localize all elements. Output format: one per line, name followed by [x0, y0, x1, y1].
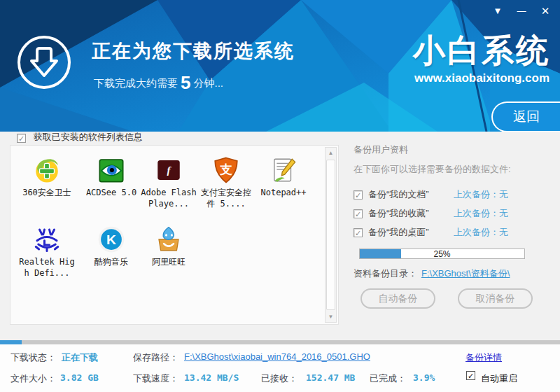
- received-value: 152.47 MB: [306, 372, 355, 383]
- scrollbar-thumb[interactable]: [326, 160, 335, 310]
- notepad-plus-plus-icon: [269, 155, 298, 185]
- backup-description: 在下面你可以选择需要备份的数据文件:: [354, 163, 511, 176]
- backup-item-documents: ✓ 备份“我的文档” 上次备份：无: [354, 189, 508, 200]
- kugou-music-icon: K: [97, 225, 126, 254]
- page-title: 正在为您下载所选系统: [92, 38, 295, 64]
- app-name: 360安全卫士: [18, 187, 76, 198]
- app-name: 支付宝安全控件 5....: [197, 187, 255, 209]
- window-controls: ▼ — ✕: [489, 4, 554, 19]
- file-size-value: 3.82 GB: [60, 372, 99, 383]
- adobe-flash-icon: f: [154, 155, 183, 185]
- download-speed-value: 13.42 MB/S: [184, 372, 239, 383]
- app-item-360[interactable]: 360安全卫士: [18, 155, 76, 198]
- svg-text:支: 支: [219, 162, 232, 176]
- subtitle-minutes: 5: [178, 72, 193, 93]
- back-button[interactable]: 返回: [491, 102, 560, 132]
- download-status-label: 下载状态：: [10, 351, 56, 364]
- backup-buttons: 自动备份 取消备份: [360, 288, 533, 309]
- completed-label: 已完成：: [370, 372, 406, 385]
- brand-website: www.xiaobaixitong.com: [414, 71, 550, 85]
- auto-restart-checkbox[interactable]: ✓: [466, 371, 475, 380]
- download-speed-label: 下载速度：: [133, 372, 178, 385]
- backup-item-desktop: ✓ 备份“我的桌面” 上次备份：无: [354, 227, 508, 238]
- close-button[interactable]: ✕: [536, 4, 554, 19]
- backup-documents-checkbox[interactable]: ✓: [354, 190, 363, 200]
- status-bar: 下载状态： 正在下载 保存路径： F:\XBGhost\xiaobai_win7…: [0, 344, 560, 392]
- backup-item-label: 备份“我的文档”: [368, 188, 454, 201]
- backup-dir-row: 资料备份目录：F:\XBGhost\资料备份\: [354, 267, 510, 280]
- menu-arrow-icon[interactable]: ▼: [489, 4, 507, 19]
- acdsee-eye-icon: [97, 155, 126, 185]
- software-list-scrollbar[interactable]: ▲ ▼: [325, 147, 337, 323]
- backup-progress-percent: 25%: [360, 249, 524, 259]
- app-name: 阿里旺旺: [140, 256, 197, 267]
- app-name: 酷狗音乐: [83, 256, 140, 267]
- save-path-link[interactable]: F:\XBGhost\xiaobai_win764_2016_0501.GHO: [184, 351, 370, 362]
- backup-item-label: 备份“我的收藏”: [368, 207, 454, 220]
- brand-logo: 小白系统: [413, 29, 550, 73]
- auto-backup-button[interactable]: 自动备份: [360, 288, 435, 309]
- scroll-down-icon[interactable]: ▼: [326, 312, 336, 322]
- realtek-crab-icon: [32, 225, 62, 254]
- app-name: Adobe Flash Playe...: [140, 187, 197, 209]
- app-item-kugou[interactable]: K 酷狗音乐: [83, 225, 140, 267]
- backup-progress-bar: 25%: [359, 248, 525, 259]
- last-backup-status: 上次备份：无: [454, 188, 508, 201]
- file-size-label: 文件大小：: [10, 372, 56, 385]
- app-name: ACDSee 5.0: [83, 187, 140, 198]
- get-software-list-row: ✓ 获取已安装的软件列表信息: [17, 131, 143, 144]
- backup-title: 备份用户资料: [354, 144, 408, 156]
- cancel-backup-button[interactable]: 取消备份: [458, 288, 533, 309]
- last-backup-status: 上次备份：无: [454, 207, 508, 220]
- backup-item-label: 备份“我的桌面”: [368, 226, 454, 239]
- header: ▼ — ✕ 正在为您下载所选系统 下载完成大约需要5分钟... 小白系统 www…: [0, 0, 560, 132]
- app-name: Realtek High Defi...: [18, 256, 76, 279]
- app-name: Notepad++: [255, 187, 312, 198]
- subtitle-suffix: 分钟...: [193, 77, 223, 89]
- app-item-acdsee[interactable]: ACDSee 5.0: [83, 155, 140, 198]
- software-list-panel: 360安全卫士 ACDSee 5.0 f Adobe Flash Play: [10, 145, 339, 325]
- minimize-button[interactable]: —: [512, 4, 531, 19]
- download-arrow-icon: [29, 46, 59, 78]
- backup-desktop-checkbox[interactable]: ✓: [354, 228, 363, 237]
- get-software-list-checkbox[interactable]: ✓: [17, 134, 26, 143]
- aliwangwang-icon: [154, 225, 183, 254]
- download-circle-icon: [18, 36, 71, 89]
- received-label: 已接收：: [261, 372, 298, 385]
- app-item-notepadpp[interactable]: Notepad++: [255, 155, 312, 198]
- completed-value: 3.9%: [413, 372, 435, 383]
- app-item-flash[interactable]: f Adobe Flash Playe...: [140, 155, 197, 209]
- subtitle-prefix: 下载完成大约需要: [94, 77, 178, 89]
- save-path-label: 保存路径：: [133, 351, 178, 364]
- backup-dir-link[interactable]: F:\XBGhost\资料备份\: [421, 268, 510, 279]
- scroll-up-icon[interactable]: ▲: [326, 148, 336, 158]
- alipay-shield-icon: 支: [211, 155, 241, 185]
- backup-details-link[interactable]: 备份详情: [465, 351, 502, 364]
- auto-restart-label: 自动重启: [481, 372, 517, 385]
- svg-text:K: K: [106, 232, 116, 247]
- page-subtitle: 下载完成大约需要5分钟...: [94, 72, 223, 94]
- get-software-list-label: 获取已安装的软件列表信息: [34, 132, 143, 142]
- backup-favorites-checkbox[interactable]: ✓: [354, 209, 363, 218]
- download-status-value: 正在下载: [62, 351, 98, 364]
- app-item-realtek[interactable]: Realtek High Defi...: [18, 225, 76, 279]
- last-backup-status: 上次备份：无: [454, 226, 508, 239]
- 360-safeguard-icon: [32, 155, 62, 185]
- app-item-wangwang[interactable]: 阿里旺旺: [140, 225, 197, 267]
- app-item-alipay[interactable]: 支 支付宝安全控件 5....: [197, 155, 255, 209]
- backup-dir-label: 资料备份目录：: [354, 268, 417, 279]
- backup-item-favorites: ✓ 备份“我的收藏” 上次备份：无: [354, 208, 508, 219]
- main-content: ✓ 获取已安装的软件列表信息 360安全卫士: [0, 132, 560, 340]
